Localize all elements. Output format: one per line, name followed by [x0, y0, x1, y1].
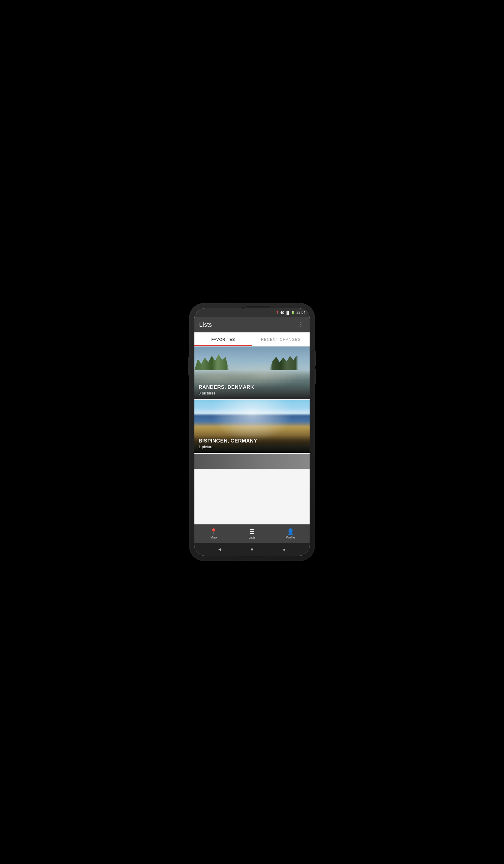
app-title: Lists: [199, 321, 212, 328]
map-icon: 📍: [210, 529, 217, 535]
tab-favorites[interactable]: FAVORITES: [194, 333, 252, 346]
nav-lists[interactable]: ☰ Lists: [233, 525, 271, 543]
profile-icon: 👤: [287, 529, 294, 535]
bottom-nav: 📍 Map ☰ Lists 👤 Profile: [194, 525, 310, 543]
card-subtitle-bispingen: 1 picture: [199, 445, 305, 449]
status-bar: 📍 4G ▐▌ 🔋 22.54: [194, 309, 310, 317]
network-4g-icon: 4G: [280, 311, 284, 314]
speaker: [246, 305, 270, 308]
vol-down-button[interactable]: [315, 369, 316, 384]
nav-map[interactable]: 📍 Map: [194, 525, 233, 543]
bottom-speaker: [240, 555, 264, 557]
card-bispingen[interactable]: BISPINGEN, GERMANY 1 picture: [194, 400, 310, 453]
home-button[interactable]: ●: [249, 546, 255, 552]
recents-button[interactable]: ■: [281, 546, 287, 552]
vol-up-button[interactable]: [315, 351, 316, 366]
content-area: RANDERS, DENMARK 3 pictures BISPINGEN, G…: [194, 347, 310, 525]
card-overlay-randers: RANDERS, DENMARK 3 pictures: [194, 381, 310, 399]
signal-icon: ▐▌: [286, 311, 290, 314]
nav-map-label: Map: [210, 536, 217, 539]
camera: [242, 307, 244, 309]
location-icon: 📍: [275, 311, 279, 314]
nav-profile[interactable]: 👤 Profile: [271, 525, 310, 543]
back-button[interactable]: ◄: [217, 546, 223, 552]
battery-icon: 🔋: [291, 311, 295, 314]
card-randers[interactable]: RANDERS, DENMARK 3 pictures: [194, 347, 310, 399]
card-title-randers: RANDERS, DENMARK: [199, 384, 305, 390]
nav-lists-label: Lists: [249, 536, 256, 539]
phone-screen: 📍 4G ▐▌ 🔋 22.54 Lists ⋮ FAVORITES RECENT…: [194, 309, 310, 555]
lists-icon: ☰: [249, 529, 255, 535]
status-icons: 📍 4G ▐▌ 🔋 22.54: [275, 311, 305, 315]
overflow-menu-button[interactable]: ⋮: [298, 321, 305, 328]
tabs-bar: FAVORITES RECENT CHANGES: [194, 333, 310, 347]
app-bar: Lists ⋮: [194, 317, 310, 333]
android-nav: ◄ ● ■: [194, 543, 310, 555]
clock: 22.54: [296, 311, 305, 315]
power-button[interactable]: [188, 357, 189, 375]
card-overlay-bispingen: BISPINGEN, GERMANY 1 picture: [194, 435, 310, 453]
nav-profile-label: Profile: [286, 536, 295, 539]
card-subtitle-randers: 3 pictures: [199, 391, 305, 395]
phone-device: 📍 4G ▐▌ 🔋 22.54 Lists ⋮ FAVORITES RECENT…: [189, 303, 315, 561]
card-partial[interactable]: [194, 454, 310, 469]
tab-recent-changes[interactable]: RECENT CHANGES: [252, 333, 310, 346]
card-title-bispingen: BISPINGEN, GERMANY: [199, 438, 305, 444]
